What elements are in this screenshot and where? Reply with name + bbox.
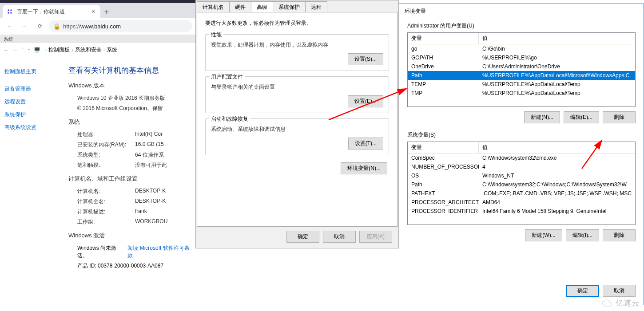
info-value: Intel(R) Cor xyxy=(135,131,163,138)
section-system: 系统 xyxy=(68,118,194,126)
nav-forward-icon[interactable]: → xyxy=(12,47,18,53)
env-var-row[interactable]: PROCESSOR_ARCHITECT...AMD64 xyxy=(408,198,635,207)
env-var-row[interactable]: ComSpecC:\Windows\system32\cmd.exe xyxy=(408,154,635,162)
sys-vars-label: 系统变量(S) xyxy=(407,131,636,139)
col-variable[interactable]: 变量 xyxy=(408,33,479,44)
info-value: 64 位操作系 xyxy=(135,151,164,159)
env-var-row[interactable]: PATHEXT.COM;.EXE;.BAT;.CMD;.VBS;.VBE;.JS… xyxy=(408,189,635,198)
watermark: 亿速云 xyxy=(600,298,640,308)
reload-button[interactable]: ⟳ xyxy=(34,20,46,32)
sidebar-item-home[interactable]: 控制面板主页 xyxy=(4,65,62,78)
info-row: 已安装的内存(RAM):16.0 GB (15 xyxy=(77,140,194,150)
env-var-value: %USERPROFILE%\AppData\Local\Temp xyxy=(479,89,635,98)
nav-back-icon[interactable]: ← xyxy=(4,47,9,53)
col-value[interactable]: 值 xyxy=(479,33,635,44)
cp-menubar[interactable]: 系统 xyxy=(0,35,195,43)
sys-delete-button[interactable]: 删除 xyxy=(603,229,636,241)
new-tab-button[interactable]: + xyxy=(100,6,113,18)
sidebar-item-system-protection[interactable]: 系统保护 xyxy=(4,108,62,121)
sp-tab[interactable]: 高级 xyxy=(251,1,273,12)
apply-button[interactable]: 应用(A) xyxy=(359,231,392,243)
bc-item[interactable]: 系统 xyxy=(107,46,117,54)
bc-item[interactable]: 控制面板 xyxy=(48,46,70,54)
url-scheme: https:// xyxy=(63,23,80,30)
tab-strip: 百度一下，你就知道 × + xyxy=(0,3,195,18)
sys-new-button[interactable]: 新建(W)... xyxy=(525,229,562,241)
env-var-row[interactable]: PathC:\Windows\system32;C:\Windows;C:\Wi… xyxy=(408,180,635,189)
svg-point-1 xyxy=(10,9,12,11)
sidebar-item-remote[interactable]: 远程设置 xyxy=(4,95,62,108)
info-row: 计算机名:DESKTOP-K xyxy=(77,186,194,197)
tab-close-icon[interactable]: × xyxy=(90,8,97,15)
info-label: 处理器: xyxy=(77,131,135,138)
user-new-button[interactable]: 新建(N)... xyxy=(524,111,560,123)
user-edit-button[interactable]: 编辑(E)... xyxy=(564,111,599,123)
baidu-favicon-icon xyxy=(6,8,13,15)
cp-sidebar: 控制面板主页 设备管理器 远程设置 系统保护 高级系统设置 xyxy=(0,57,67,311)
group-settings-button[interactable]: 设置(S)... xyxy=(348,53,383,65)
sp-tab[interactable]: 远程 xyxy=(305,1,327,12)
env-var-value: %USERPROFILE%\AppData\Local\Microsoft\Wi… xyxy=(479,71,635,80)
info-row: 计算机全名:DESKTOP-K xyxy=(77,197,194,207)
env-var-value: 4 xyxy=(479,162,635,171)
browser-tab[interactable]: 百度一下，你就知道 × xyxy=(3,5,100,18)
ok-button[interactable]: 确定 xyxy=(286,231,319,243)
env-vars-button[interactable]: 环境变量(N)... xyxy=(341,162,387,174)
env-ok-button[interactable]: 确定 xyxy=(566,285,599,297)
browser-chrome: 百度一下，你就知道 × + ← → ⟳ 🔒 https://www.baidu.… xyxy=(0,0,195,35)
info-row: 计算机描述:frank xyxy=(77,207,194,217)
url-field[interactable]: 🔒 https://www.baidu.com xyxy=(49,20,192,32)
info-label: 系统类型: xyxy=(77,151,135,159)
bc-item[interactable]: 系统和安全 xyxy=(75,46,102,54)
sp-tabs: 计算机名硬件高级系统保护远程 xyxy=(196,0,398,12)
group-settings-button[interactable]: 设置(T)... xyxy=(348,138,383,150)
env-var-value: %USERPROFILE%\go xyxy=(479,53,635,62)
env-var-row[interactable]: TMP%USERPROFILE%\AppData\Local\Temp xyxy=(408,89,635,98)
forward-button[interactable]: → xyxy=(19,20,31,32)
env-var-value: C:\Windows\system32\cmd.exe xyxy=(479,154,635,162)
sidebar-item-device-manager[interactable]: 设备管理器 xyxy=(4,83,62,95)
group-settings-button[interactable]: 设置(E)... xyxy=(348,95,383,107)
env-var-row[interactable]: Path%USERPROFILE%\AppData\Local\Microsof… xyxy=(408,71,635,80)
breadcrumb: ← → ˅ ↑ 🖥️ › 控制面板 › 系统和安全 › 系统 xyxy=(0,43,195,57)
env-var-name: go xyxy=(408,44,479,53)
group-title: 启动和故障恢复 xyxy=(209,115,250,123)
info-label: 笔和触摸: xyxy=(77,161,135,169)
settings-group: 启动和故障恢复 系统启动、系统故障和调试信息 设置(T)... xyxy=(205,118,389,155)
back-button[interactable]: ← xyxy=(4,20,16,32)
svg-point-0 xyxy=(8,9,9,11)
env-var-row[interactable]: OSWindows_NT xyxy=(408,171,635,180)
env-var-row[interactable]: PROCESSOR_IDENTIFIERIntel64 Family 6 Mod… xyxy=(408,207,635,216)
sys-edit-button[interactable]: 编辑(I)... xyxy=(566,229,599,241)
bc-sep: › xyxy=(72,47,73,52)
section-windows-version: Windows 版本 xyxy=(68,82,194,90)
sp-tab[interactable]: 硬件 xyxy=(229,1,251,12)
titlebar-dark xyxy=(0,0,195,3)
sp-tab[interactable]: 系统保护 xyxy=(273,1,306,12)
env-var-row[interactable]: TEMP%USERPROFILE%\AppData\Local\Temp xyxy=(408,80,635,89)
system-properties-dialog: 计算机名硬件高级系统保护远程 要进行大多数更改，你必须作为管理员登录。 性能 视… xyxy=(195,0,399,248)
cancel-button[interactable]: 取消 xyxy=(323,231,356,243)
env-var-name: PROCESSOR_ARCHITECT... xyxy=(408,198,479,207)
col-value[interactable]: 值 xyxy=(479,142,635,153)
sidebar-item-advanced[interactable]: 高级系统设置 xyxy=(4,121,62,134)
info-value: DESKTOP-K xyxy=(135,188,166,195)
settings-group: 用户配置文件 与登录帐户相关的桌面设置 设置(E)... xyxy=(205,76,389,113)
env-var-row[interactable]: NUMBER_OF_PROCESSORS4 xyxy=(408,162,635,171)
env-var-row[interactable]: goC:\Go\bin xyxy=(408,44,635,53)
nav-up-icon[interactable]: ↑ xyxy=(28,47,30,53)
activation-link[interactable]: 阅读 Microsoft 软件许可条款 xyxy=(127,244,194,260)
info-label: 计算机全名: xyxy=(77,198,135,205)
env-cancel-button[interactable]: 取消 xyxy=(603,285,636,297)
env-var-value: Intel64 Family 6 Model 158 Stepping 9, G… xyxy=(479,207,635,216)
col-variable[interactable]: 变量 xyxy=(408,142,479,153)
sp-tab[interactable]: 计算机名 xyxy=(197,1,230,12)
env-var-value: %USERPROFILE%\AppData\Local\Temp xyxy=(479,80,635,89)
tab-title: 百度一下，你就知道 xyxy=(17,8,90,16)
env-var-name: TMP xyxy=(408,89,479,98)
address-bar: ← → ⟳ 🔒 https://www.baidu.com xyxy=(0,18,195,34)
env-var-row[interactable]: OneDriveC:\Users\Administrator\OneDrive xyxy=(408,62,635,71)
env-var-row[interactable]: GOPATH%USERPROFILE%\go xyxy=(408,53,635,62)
user-delete-button[interactable]: 删除 xyxy=(603,111,636,123)
nav-down-icon[interactable]: ˅ xyxy=(21,47,24,53)
